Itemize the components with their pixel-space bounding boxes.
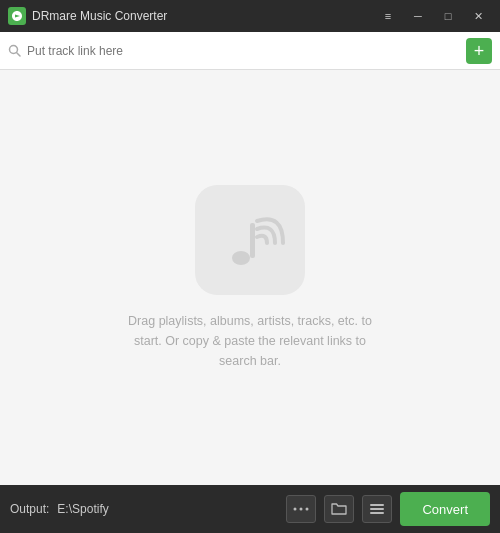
search-input[interactable] (27, 44, 466, 58)
folder-button[interactable] (324, 495, 354, 523)
svg-rect-3 (250, 223, 255, 258)
search-bar: + (0, 32, 500, 70)
drop-zone: Drag playlists, albums, artists, tracks,… (0, 70, 500, 485)
main-content: + Drag playlists, albums, artists, track… (0, 32, 500, 485)
menu-button[interactable]: ≡ (374, 6, 402, 26)
svg-rect-8 (370, 508, 384, 510)
minimize-button[interactable]: ─ (404, 6, 432, 26)
more-options-button[interactable] (286, 495, 316, 523)
music-icon-container (195, 185, 305, 295)
svg-point-5 (300, 508, 303, 511)
convert-button[interactable]: Convert (400, 492, 490, 526)
svg-point-4 (294, 508, 297, 511)
output-path: E:\Spotify (57, 502, 278, 516)
format-button[interactable] (362, 495, 392, 523)
svg-point-6 (306, 508, 309, 511)
title-bar: DRmare Music Converter ≡ ─ □ ✕ (0, 0, 500, 32)
app-title: DRmare Music Converter (32, 9, 167, 23)
svg-line-1 (17, 53, 21, 57)
output-label: Output: (10, 502, 49, 516)
close-button[interactable]: ✕ (464, 6, 492, 26)
svg-point-2 (232, 251, 250, 265)
maximize-button[interactable]: □ (434, 6, 462, 26)
app-icon (8, 7, 26, 25)
title-bar-controls: ≡ ─ □ ✕ (374, 6, 492, 26)
svg-rect-7 (370, 504, 384, 506)
title-bar-left: DRmare Music Converter (8, 7, 167, 25)
add-button[interactable]: + (466, 38, 492, 64)
svg-rect-9 (370, 512, 384, 514)
search-icon (8, 44, 21, 57)
footer: Output: E:\Spotify Convert (0, 485, 500, 533)
drop-zone-text: Drag playlists, albums, artists, tracks,… (120, 311, 380, 371)
